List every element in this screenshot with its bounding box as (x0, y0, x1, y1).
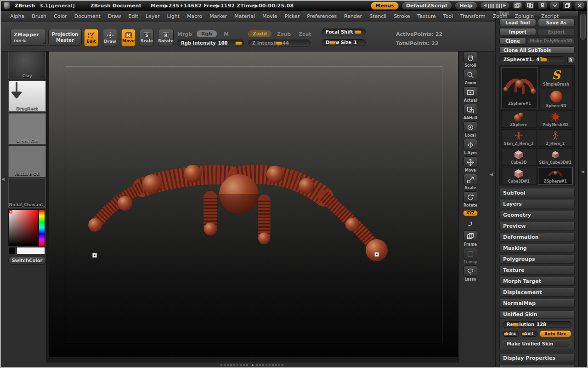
unified-skin-header[interactable]: Unified Skin (500, 311, 574, 319)
rgb-toggle[interactable]: Rgb (197, 30, 217, 37)
local-tool[interactable]: Local (464, 121, 477, 138)
scroll-tool[interactable]: Scroll (464, 52, 477, 68)
tool-section-texture[interactable]: Texture (499, 266, 575, 275)
restore-button[interactable] (562, 2, 572, 9)
menu-item-zplugin[interactable]: Zplugin (511, 12, 538, 20)
tool-item-zsphere[interactable]: ZSphere (501, 110, 537, 128)
menu-item-tool[interactable]: Tool (440, 12, 457, 20)
close-button[interactable] (575, 2, 584, 9)
minimize-button[interactable] (550, 2, 560, 9)
slider-handle[interactable] (235, 41, 242, 45)
tool-item-polymesh3d[interactable]: PolyMesh3D (538, 110, 573, 128)
rgb-intensity-slider[interactable]: Rgb Intensity 100 (177, 40, 244, 46)
scale-button[interactable]: S Scale (140, 29, 154, 46)
tool-item-skin-cube3d[interactable]: Skin_Cube3D#1 (538, 148, 573, 166)
tool-section-layers[interactable]: Layers (499, 200, 575, 208)
menu-item-macro[interactable]: Macro (183, 12, 206, 20)
scrollbar-up-icon[interactable]: ▲ (251, 363, 254, 367)
tool-item-z-hero[interactable]: Z_Hero_2 (538, 129, 573, 147)
tool-section-deformation[interactable]: Deformation (499, 233, 575, 242)
canvas-marker-right[interactable] (374, 252, 379, 257)
z-intensity-slider[interactable]: Z Intensity 44 (248, 40, 311, 46)
menu-item-preferences[interactable]: Preferences (303, 12, 340, 20)
scale-gyro-tool[interactable]: Scale (464, 174, 477, 190)
document-canvas[interactable] (49, 52, 458, 357)
actual-size-tool[interactable]: Actual (464, 86, 477, 103)
scrub-control[interactable]: ◀ ▶ (480, 2, 510, 9)
canvas-marker-left[interactable] (92, 253, 97, 258)
smt-slider[interactable]: Smt (521, 331, 537, 337)
palette-scrollbar[interactable]: ◀ (578, 11, 587, 368)
active-tool-thumbnail[interactable]: ZSphere#1 (501, 67, 538, 109)
menu-item-layer[interactable]: Layer (142, 12, 164, 20)
mrgb-toggle[interactable]: Mrgb (177, 31, 192, 37)
frame-tool[interactable]: Frame (464, 230, 477, 247)
doc-flip-right-button[interactable] (525, 2, 535, 9)
zoom-tool[interactable]: Zoom (464, 69, 477, 85)
panel-collapse-icon[interactable]: ◀ (581, 169, 584, 174)
slider-handle[interactable] (512, 323, 519, 327)
slider-handle[interactable] (522, 333, 526, 335)
lasso-tool[interactable]: Lasso (464, 265, 477, 282)
make-polymesh3d-button[interactable]: Make PolyMesh3D (528, 37, 575, 45)
menu-item-movie[interactable]: Movie (259, 12, 281, 20)
current-stroke-thumbnail[interactable]: DragRect (8, 80, 46, 112)
color-picker[interactable] (8, 209, 46, 255)
focal-shift-slider[interactable]: Focal Shift 0 (322, 29, 366, 35)
doc-flip-left-button[interactable] (513, 2, 522, 9)
make-unified-skin-button[interactable]: Make Unified Skin (503, 340, 571, 347)
menu-item-marker[interactable]: Marker (206, 12, 231, 20)
lock-button[interactable] (537, 2, 547, 9)
clone-button[interactable]: Clone (499, 37, 526, 45)
help-button[interactable]: Help (455, 2, 477, 10)
menu-item-alpha[interactable]: Alpha (6, 12, 28, 20)
scrollbar-track[interactable] (256, 364, 285, 366)
tool-section-adaptive-skin[interactable]: Adaptive Skin (499, 365, 575, 368)
primary-color-swatch[interactable] (17, 247, 45, 254)
menu-item-color[interactable]: Color (50, 12, 71, 20)
tool-section-subtool[interactable]: SubTool (499, 189, 575, 197)
menu-item-stencil[interactable]: Stencil (366, 12, 390, 20)
menus-button[interactable]: Menus (371, 2, 399, 10)
default-zscript-button[interactable]: DefaultZScript (401, 2, 452, 10)
slider-handle[interactable] (329, 41, 336, 45)
current-brush-thumbnail[interactable]: Clay (8, 48, 46, 79)
slider-handle[interactable] (276, 41, 283, 45)
tool-item-sphere3d[interactable]: Sphere3D (539, 89, 573, 109)
export-button[interactable]: Export (538, 28, 575, 35)
import-button[interactable]: Import (499, 28, 536, 35)
menu-item-draw[interactable]: Draw (104, 12, 125, 20)
tool-section-polygroups[interactable]: Polygroups (499, 255, 575, 264)
tool-item-cube3d-1[interactable]: Cube3D#1 (501, 167, 537, 184)
secondary-color-swatch[interactable] (8, 247, 16, 254)
menu-item-texture[interactable]: Texture (413, 12, 439, 20)
lsym-tool[interactable]: L.Sym (464, 139, 477, 155)
tool-item-zsphere-1-selected[interactable]: ZSphere#1 (538, 167, 573, 184)
tool-section-morph-target[interactable]: Morph Target (499, 277, 575, 286)
menu-item-stroke[interactable]: Stroke (390, 12, 413, 20)
slider-handle[interactable] (355, 30, 362, 34)
zcut-toggle[interactable]: Zcut (299, 31, 311, 37)
resolution-slider[interactable]: Resolution 128 (503, 321, 571, 328)
sdns-slider[interactable]: Sdns (503, 331, 519, 337)
clone-all-subtools-button[interactable]: Clone All SubTools (499, 46, 575, 54)
xyz-button[interactable]: XYZ (463, 210, 478, 216)
menu-item-picker[interactable]: Picker (281, 12, 304, 20)
menu-item-transform[interactable]: Transform (457, 12, 489, 20)
menu-item-document[interactable]: Document (71, 12, 104, 20)
saturation-value-field[interactable] (8, 209, 39, 246)
color-cursor-icon[interactable] (9, 210, 12, 213)
move-gyro-tool[interactable]: Move (464, 156, 477, 172)
menu-item-zscript[interactable]: Zscript (537, 12, 562, 20)
menu-item-light[interactable]: Light (163, 12, 183, 20)
edit-button[interactable]: Edit (84, 29, 98, 46)
tool-item-cube3d[interactable]: Cube3D (501, 148, 537, 166)
tool-section-normalmap[interactable]: NormalMap (499, 299, 575, 308)
active-tool-slider[interactable]: ZSphere#1. 47 R (499, 56, 565, 63)
draw-size-slider[interactable]: Draw Size 1 (322, 39, 366, 46)
current-alpha-thumbnail[interactable]: Alpha Off (8, 113, 46, 144)
r-button[interactable]: R (567, 57, 574, 63)
menu-item-zoom[interactable]: Zoom (489, 12, 511, 20)
tool-item-simplebrush[interactable]: S SimpleBrush (539, 67, 573, 87)
projection-master-button[interactable]: Projection Master (48, 29, 82, 46)
